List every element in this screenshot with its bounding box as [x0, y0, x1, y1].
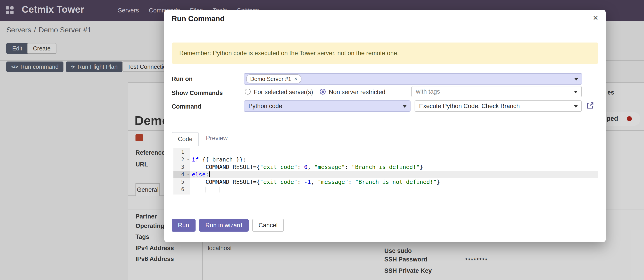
radio-selected-servers-label[interactable]: For selected server(s) [254, 89, 313, 96]
code-editor[interactable]: 12▾34▾56 if {{ branch }}: COMMAND_RESULT… [174, 148, 598, 195]
caret-down-icon [574, 105, 578, 108]
warning-alert: Remember: Python code is executed on the… [172, 43, 598, 64]
command-select-value: Execute Python Code: Check Branch [415, 103, 520, 110]
chip-remove-icon[interactable]: ✕ [294, 76, 298, 81]
run-button[interactable]: Run [172, 219, 196, 232]
run-command-modal: Run Command ✕ Remember: Python code is e… [164, 10, 606, 242]
command-select[interactable]: Execute Python Code: Check Branch [414, 100, 582, 112]
modal-title: Run Command [172, 15, 225, 23]
tags-select[interactable]: with tags [412, 86, 582, 97]
gutter-cell: 6 [174, 186, 190, 193]
radio-selected-servers[interactable] [245, 89, 251, 94]
command-type-select[interactable]: Python code [244, 100, 410, 112]
tabs-border [172, 145, 598, 145]
gutter-cell[interactable]: 2▾ [174, 156, 190, 163]
caret-down-icon [574, 91, 578, 93]
code-line[interactable]: COMMAND_RESULT={"exit_code": 0, "message… [190, 163, 598, 171]
code-line[interactable]: COMMAND_RESULT={"exit_code": -1, "messag… [190, 178, 598, 186]
tags-select-placeholder: with tags [412, 88, 440, 95]
modal-footer: Run Run in wizard Cancel [172, 219, 284, 232]
editor-gutter: 12▾34▾56 [174, 148, 190, 195]
command-type-value: Python code [244, 103, 282, 110]
radio-non-restricted-label[interactable]: Non server restricted [329, 89, 386, 96]
code-line[interactable] [190, 186, 598, 193]
show-commands-label: Show Commands [172, 90, 223, 97]
external-link-icon[interactable] [586, 101, 594, 111]
indent-guide [219, 187, 220, 193]
server-chip-label: Demo Server #1 [250, 76, 291, 82]
caret-down-icon [574, 78, 578, 80]
code-line[interactable]: else: [190, 171, 598, 178]
gutter-cell: 3 [174, 163, 190, 171]
run-in-wizard-button[interactable]: Run in wizard [199, 219, 249, 232]
caret-down-icon [403, 105, 406, 108]
gutter-cell[interactable]: 4▾ [174, 171, 190, 178]
gutter-cell: 1 [174, 148, 190, 156]
tab-code[interactable]: Code [172, 132, 199, 146]
close-icon[interactable]: ✕ [593, 14, 598, 22]
cancel-button[interactable]: Cancel [252, 219, 284, 232]
fold-arrow-icon[interactable]: ▾ [187, 156, 189, 163]
indent-guide [206, 187, 206, 193]
run-on-label: Run on [172, 76, 192, 83]
code-line[interactable]: if {{ branch }}: [190, 156, 598, 163]
run-on-field[interactable]: Demo Server #1 ✕ [244, 73, 582, 85]
command-label: Command [172, 103, 202, 110]
code-line[interactable] [190, 148, 598, 156]
app-root: Cetmix Tower Servers Commands Files Tool… [0, 0, 644, 280]
tab-preview[interactable]: Preview [206, 135, 228, 142]
editor-text[interactable]: if {{ branch }}: COMMAND_RESULT={"exit_c… [190, 148, 598, 195]
radio-non-restricted[interactable] [320, 89, 326, 94]
server-chip[interactable]: Demo Server #1 ✕ [246, 74, 302, 83]
fold-arrow-icon[interactable]: ▾ [187, 171, 189, 178]
text-cursor [209, 172, 210, 177]
gutter-cell: 5 [174, 178, 190, 186]
